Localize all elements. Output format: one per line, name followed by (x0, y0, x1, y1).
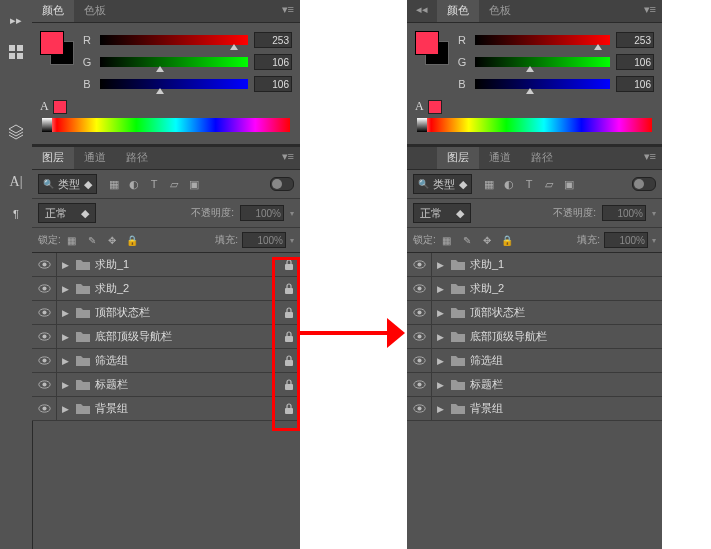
filter-shape-icon[interactable]: ▱ (167, 177, 181, 191)
tab-swatches[interactable]: 色板 (479, 0, 521, 22)
layer-row[interactable]: ▶求助_2 (32, 277, 300, 301)
visibility-toggle-icon[interactable] (32, 253, 57, 276)
lock-all-icon[interactable]: 🔒 (125, 233, 139, 247)
panel-menu-icon[interactable]: ▾≡ (276, 147, 300, 169)
foreground-background-swatch[interactable] (40, 31, 74, 65)
type-color-icon[interactable]: A (415, 99, 424, 114)
layer-kind-select[interactable]: 🔍 类型 ◆ (413, 174, 472, 194)
expand-triangle-icon[interactable]: ▶ (59, 308, 71, 318)
filter-adjustment-icon[interactable]: ◐ (502, 177, 516, 191)
expand-triangle-icon[interactable]: ▶ (434, 380, 446, 390)
expand-triangle-icon[interactable]: ▶ (434, 308, 446, 318)
lock-icon[interactable] (278, 331, 300, 343)
lock-icon[interactable] (278, 259, 300, 271)
visibility-toggle-icon[interactable] (407, 373, 432, 396)
tab-paths[interactable]: 路径 (521, 147, 563, 169)
lock-icon[interactable] (278, 307, 300, 319)
visibility-toggle-icon[interactable] (32, 349, 57, 372)
lock-transparency-icon[interactable]: ▦ (440, 233, 454, 247)
tab-color[interactable]: 颜色 (32, 0, 74, 22)
r-slider[interactable] (100, 35, 248, 45)
filter-toggle[interactable] (270, 177, 294, 191)
panel-menu-icon[interactable]: ▾≡ (276, 0, 300, 22)
layer-kind-select[interactable]: 🔍 类型 ◆ (38, 174, 97, 194)
filter-smart-icon[interactable]: ▣ (187, 177, 201, 191)
b-value-input[interactable] (616, 76, 654, 92)
expand-triangle-icon[interactable]: ▶ (59, 404, 71, 414)
visibility-toggle-icon[interactable] (407, 301, 432, 324)
filter-shape-icon[interactable]: ▱ (542, 177, 556, 191)
lock-pixels-icon[interactable]: ✎ (85, 233, 99, 247)
expand-triangle-icon[interactable]: ▶ (434, 332, 446, 342)
tab-paths[interactable]: 路径 (116, 147, 158, 169)
tab-layers[interactable]: 图层 (32, 147, 74, 169)
foreground-background-swatch[interactable] (415, 31, 449, 65)
layer-row[interactable]: ▶求助_1 (32, 253, 300, 277)
filter-pixel-icon[interactable]: ▦ (482, 177, 496, 191)
expand-triangle-icon[interactable]: ▶ (59, 260, 71, 270)
visibility-toggle-icon[interactable] (32, 325, 57, 348)
lock-icon[interactable] (278, 379, 300, 391)
paragraph-tool-icon[interactable]: ¶ (4, 202, 28, 226)
layer-row[interactable]: ▶筛选组 (32, 349, 300, 373)
panel-menu-icon[interactable]: ▾≡ (638, 0, 662, 22)
blend-mode-select[interactable]: 正常 ◆ (38, 203, 96, 223)
fill-input[interactable] (604, 232, 648, 248)
g-slider[interactable] (100, 57, 248, 67)
layer-row[interactable]: ▶求助_1 (407, 253, 662, 277)
filter-toggle[interactable] (632, 177, 656, 191)
r-value-input[interactable] (254, 32, 292, 48)
hue-spectrum-strip[interactable] (42, 118, 290, 132)
tiny-swatch[interactable] (428, 100, 442, 114)
expand-triangle-icon[interactable]: ▶ (434, 356, 446, 366)
hue-spectrum-strip[interactable] (417, 118, 652, 132)
expand-triangle-icon[interactable]: ▶ (59, 332, 71, 342)
lock-position-icon[interactable]: ✥ (105, 233, 119, 247)
collapse-icon[interactable]: ▸▸ (4, 8, 28, 32)
visibility-toggle-icon[interactable] (32, 301, 57, 324)
layer-row[interactable]: ▶底部顶级导航栏 (407, 325, 662, 349)
chevron-down-icon[interactable]: ▾ (652, 209, 656, 218)
layer-row[interactable]: ▶筛选组 (407, 349, 662, 373)
b-value-input[interactable] (254, 76, 292, 92)
opacity-input[interactable] (602, 205, 646, 221)
filter-pixel-icon[interactable]: ▦ (107, 177, 121, 191)
expand-triangle-icon[interactable]: ▶ (59, 284, 71, 294)
visibility-toggle-icon[interactable] (407, 397, 432, 420)
expand-triangle-icon[interactable]: ▶ (59, 356, 71, 366)
type-color-icon[interactable]: A (40, 99, 49, 114)
visibility-toggle-icon[interactable] (32, 373, 57, 396)
lock-icon[interactable] (278, 355, 300, 367)
r-value-input[interactable] (616, 32, 654, 48)
filter-adjustment-icon[interactable]: ◐ (127, 177, 141, 191)
lock-icon[interactable] (278, 283, 300, 295)
tiny-swatch[interactable] (53, 100, 67, 114)
expand-triangle-icon[interactable]: ▶ (59, 380, 71, 390)
tab-layers[interactable]: 图层 (437, 147, 479, 169)
swatches-tool-icon[interactable] (4, 40, 28, 64)
visibility-toggle-icon[interactable] (32, 397, 57, 420)
expand-triangle-icon[interactable]: ▶ (434, 260, 446, 270)
type-tool-icon[interactable]: A| (4, 170, 28, 194)
panel-menu-icon[interactable]: ▾≡ (638, 147, 662, 169)
layer-row[interactable]: ▶顶部状态栏 (32, 301, 300, 325)
opacity-input[interactable] (240, 205, 284, 221)
layers-tool-icon[interactable] (4, 120, 28, 144)
visibility-toggle-icon[interactable] (407, 277, 432, 300)
visibility-toggle-icon[interactable] (407, 349, 432, 372)
g-slider[interactable] (475, 57, 610, 67)
layer-row[interactable]: ▶顶部状态栏 (407, 301, 662, 325)
expand-triangle-icon[interactable]: ▶ (434, 284, 446, 294)
expand-triangle-icon[interactable]: ▶ (434, 404, 446, 414)
layer-row[interactable]: ▶标题栏 (407, 373, 662, 397)
foreground-color-swatch[interactable] (415, 31, 439, 55)
filter-smart-icon[interactable]: ▣ (562, 177, 576, 191)
r-slider[interactable] (475, 35, 610, 45)
filter-type-icon[interactable]: T (522, 177, 536, 191)
lock-pixels-icon[interactable]: ✎ (460, 233, 474, 247)
tab-color[interactable]: 颜色 (437, 0, 479, 22)
layer-row[interactable]: ▶求助_2 (407, 277, 662, 301)
lock-transparency-icon[interactable]: ▦ (65, 233, 79, 247)
b-slider[interactable] (475, 79, 610, 89)
tab-channels[interactable]: 通道 (479, 147, 521, 169)
